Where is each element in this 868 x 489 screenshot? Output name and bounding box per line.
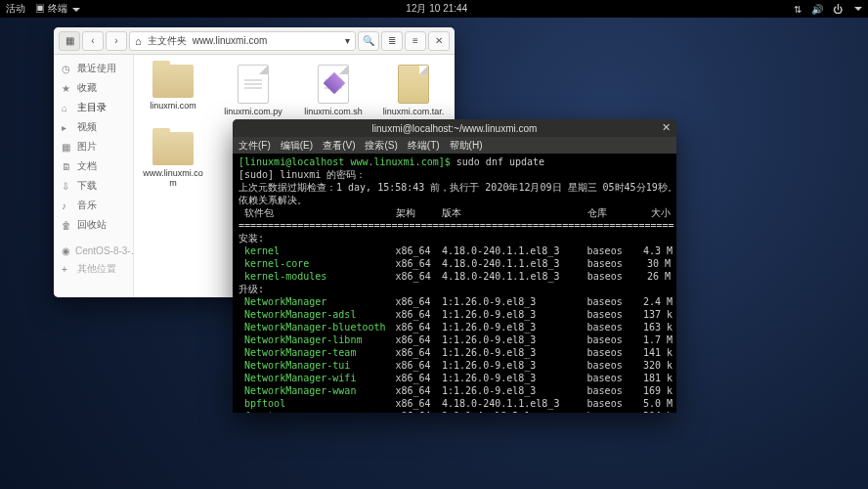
fm-sidebar: ◷最近使用★收藏⌂主目录▸视频▦图片🗎文档⇩下载♪音乐🗑回收站◉CentOS-8… [54, 55, 134, 297]
terminal-menubar: 文件(F)编辑(E)查看(V)搜索(S)终端(T)帮助(H) [233, 137, 676, 154]
file-item[interactable]: www.linuxmi.com [142, 132, 204, 188]
file-label: linuxmi.com [150, 101, 196, 111]
fm-toolbar: ▦ ‹ › ⌂ 主文件夹 www.linuxmi.com ▾ 🔍 ≣ ≡ ✕ [54, 27, 455, 55]
search-button[interactable]: 🔍 [358, 31, 379, 51]
folder-icon [152, 132, 194, 165]
new-tab-button[interactable]: ▦ [59, 31, 80, 51]
nav-back-button[interactable]: ‹ [82, 31, 104, 51]
system-menu-chevron-icon[interactable] [854, 7, 862, 11]
clock-icon: ◷ [62, 64, 72, 74]
py-file-icon [238, 65, 269, 104]
file-label: linuxmi.com.sh [304, 107, 363, 116]
star-icon: ★ [62, 83, 72, 94]
sidebar-item-video[interactable]: ▸视频 [54, 117, 133, 137]
sidebar-item-label: 文档 [77, 159, 97, 173]
terminal-menu-item[interactable]: 终端(T) [408, 139, 440, 153]
sidebar-item-label: 下载 [77, 179, 97, 193]
terminal-title-text: linuxmi@localhost:~/www.linuxmi.com [372, 123, 538, 134]
sidebar-item-label: 回收站 [77, 218, 107, 232]
volume-icon[interactable]: 🔊 [811, 4, 823, 15]
disk-icon: ◉ [62, 245, 70, 256]
sidebar-item-label: 视频 [77, 120, 97, 134]
sidebar-item-label: CentOS-8-3-… [75, 245, 141, 256]
terminal-close-button[interactable]: ✕ [662, 121, 671, 134]
power-icon[interactable]: ⏻ [833, 4, 843, 15]
sidebar-item-disk[interactable]: ◉CentOS-8-3-… [54, 243, 133, 259]
sidebar-item-download[interactable]: ⇩下载 [54, 176, 133, 196]
trash-icon: 🗑 [62, 220, 72, 231]
breadcrumb-path[interactable]: www.linuxmi.com [193, 35, 268, 46]
terminal-output[interactable]: [linuxmi@localhost www.linuxmi.com]$ sud… [233, 154, 676, 413]
folder-icon [152, 65, 194, 98]
file-item[interactable]: linuxmi.com.tar.xz [382, 65, 445, 126]
terminal-menu-item[interactable]: 编辑(E) [281, 139, 313, 153]
location-bar[interactable]: ⌂ 主文件夹 www.linuxmi.com ▾ [129, 31, 356, 51]
file-label: www.linuxmi.com [142, 168, 204, 188]
sidebar-item-plus[interactable]: +其他位置 [54, 259, 133, 279]
network-icon[interactable]: ⇅ [794, 4, 802, 15]
sidebar-item-clock[interactable]: ◷最近使用 [54, 59, 133, 78]
terminal-menu-item[interactable]: 搜索(S) [365, 139, 397, 153]
sidebar-item-label: 主目录 [77, 101, 107, 114]
tar-file-icon [398, 65, 429, 104]
activities-button[interactable]: 活动 [6, 2, 25, 16]
desktop: ▦ ‹ › ⌂ 主文件夹 www.linuxmi.com ▾ 🔍 ≣ ≡ ✕ ◷… [0, 18, 868, 489]
hamburger-menu-button[interactable]: ≡ [405, 31, 426, 51]
video-icon: ▸ [62, 122, 72, 133]
view-list-button[interactable]: ≣ [381, 31, 403, 51]
sidebar-item-music[interactable]: ♪音乐 [54, 196, 133, 215]
sidebar-item-label: 音乐 [77, 199, 97, 212]
download-icon: ⇩ [62, 181, 72, 192]
doc-icon: 🗎 [62, 161, 72, 172]
terminal-menu-item[interactable]: 文件(F) [239, 139, 271, 153]
sh-file-icon [318, 65, 349, 104]
home-icon: ⌂ [135, 35, 142, 47]
sidebar-item-trash[interactable]: 🗑回收站 [54, 215, 133, 235]
terminal-menu-item[interactable]: 查看(V) [323, 139, 355, 153]
sidebar-item-home[interactable]: ⌂主目录 [54, 98, 133, 117]
music-icon: ♪ [62, 200, 72, 211]
image-icon: ▦ [62, 142, 72, 153]
file-item[interactable]: linuxmi.com.sh [302, 65, 365, 126]
terminal-menu-item[interactable]: 帮助(H) [450, 139, 483, 153]
terminal-app-menu[interactable]: ▣ 终端 [35, 2, 80, 16]
sidebar-item-image[interactable]: ▦图片 [54, 137, 133, 156]
gnome-topbar: 活动 ▣ 终端 12月 10 21:44 ⇅ 🔊 ⏻ [0, 0, 868, 18]
sidebar-item-label: 图片 [77, 140, 97, 154]
breadcrumb-home[interactable]: 主文件夹 [148, 34, 187, 48]
path-dropdown-icon[interactable]: ▾ [345, 35, 350, 46]
sidebar-item-star[interactable]: ★收藏 [54, 78, 133, 98]
close-button[interactable]: ✕ [428, 31, 450, 51]
home-icon: ⌂ [62, 103, 72, 113]
terminal-titlebar[interactable]: linuxmi@localhost:~/www.linuxmi.com ✕ [233, 119, 676, 137]
sidebar-item-label: 收藏 [77, 81, 97, 95]
nav-forward-button[interactable]: › [106, 31, 127, 51]
file-item[interactable]: linuxmi.com [142, 65, 204, 126]
clock[interactable]: 12月 10 21:44 [80, 2, 794, 16]
sidebar-item-label: 最近使用 [77, 62, 116, 75]
plus-icon: + [62, 264, 72, 275]
sidebar-item-label: 其他位置 [77, 262, 116, 276]
file-label: linuxmi.com.py [224, 107, 282, 116]
sidebar-item-doc[interactable]: 🗎文档 [54, 156, 133, 176]
file-item[interactable]: linuxmi.com.py [222, 65, 284, 126]
terminal-window: linuxmi@localhost:~/www.linuxmi.com ✕ 文件… [233, 119, 676, 413]
